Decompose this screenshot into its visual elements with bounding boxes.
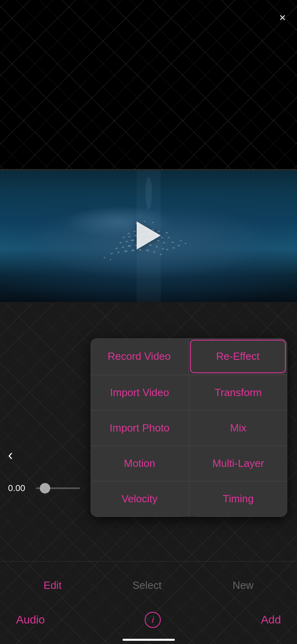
- slider-thumb[interactable]: [40, 483, 50, 493]
- toolbar-edit[interactable]: Edit: [43, 579, 61, 592]
- svg-point-36: [124, 250, 127, 252]
- svg-point-31: [162, 248, 164, 250]
- menu-motion[interactable]: Motion: [90, 446, 189, 481]
- svg-point-1: [127, 233, 130, 234]
- svg-point-13: [161, 237, 164, 238]
- menu-timing[interactable]: Timing: [189, 481, 288, 516]
- menu-mix[interactable]: Mix: [189, 411, 288, 446]
- context-menu: Record Video Re-Effect Import Video Tran…: [90, 338, 287, 517]
- svg-point-44: [103, 257, 105, 258]
- menu-row-1: Record Video Re-Effect: [90, 338, 287, 375]
- menu-transform[interactable]: Transform: [189, 375, 288, 410]
- menu-row-5: Velocity Timing: [90, 481, 287, 517]
- play-button[interactable]: [137, 221, 161, 250]
- menu-row-3: Import Photo Mix: [90, 411, 287, 446]
- svg-point-33: [178, 245, 180, 246]
- separator-bottom: [0, 302, 297, 303]
- menu-velocity[interactable]: Velocity: [90, 481, 189, 516]
- svg-point-7: [123, 237, 125, 239]
- menu-record-video[interactable]: Record Video: [90, 338, 188, 375]
- menu-multi-layer[interactable]: Multi-Layer: [189, 446, 288, 481]
- svg-point-2: [133, 231, 136, 232]
- svg-point-35: [117, 252, 120, 253]
- bottom-toolbar: Edit Select New: [0, 579, 297, 592]
- close-button[interactable]: ×: [279, 12, 286, 23]
- timeline-slider[interactable]: [36, 487, 80, 489]
- menu-row-2: Import Video Transform: [90, 375, 287, 411]
- svg-point-8: [128, 236, 131, 237]
- video-preview[interactable]: [0, 169, 297, 302]
- svg-point-17: [131, 239, 135, 241]
- svg-point-42: [166, 249, 168, 250]
- home-indicator: [123, 639, 175, 641]
- bottom-action-bar: Audio i Add: [0, 612, 297, 628]
- audio-button[interactable]: Audio: [16, 613, 45, 626]
- timeline-area: 0.00: [0, 483, 100, 493]
- time-display: 0.00: [8, 483, 30, 493]
- toolbar-select[interactable]: Select: [133, 579, 162, 592]
- add-button[interactable]: Add: [261, 613, 281, 626]
- svg-point-16: [125, 241, 128, 243]
- menu-import-video[interactable]: Import Video: [90, 375, 189, 410]
- svg-point-37: [131, 250, 135, 251]
- svg-point-47: [184, 243, 186, 244]
- svg-point-22: [163, 242, 166, 244]
- info-button[interactable]: i: [145, 612, 161, 628]
- svg-point-34: [111, 253, 113, 255]
- svg-point-24: [115, 247, 118, 249]
- svg-point-25: [122, 246, 125, 248]
- toolbar-new[interactable]: New: [233, 579, 254, 592]
- svg-point-15: [119, 242, 122, 244]
- dropdown-arrow: [182, 516, 196, 517]
- svg-point-26: [128, 245, 131, 247]
- separator-top: [0, 169, 297, 170]
- menu-re-effect[interactable]: Re-Effect: [190, 340, 286, 373]
- back-arrow-button[interactable]: ‹: [8, 447, 13, 464]
- svg-point-46: [180, 240, 182, 242]
- svg-point-45: [109, 259, 111, 260]
- svg-point-32: [172, 242, 174, 243]
- menu-import-photo[interactable]: Import Photo: [90, 411, 189, 446]
- menu-row-4: Motion Multi-Layer: [90, 446, 287, 481]
- svg-point-23: [168, 237, 170, 238]
- svg-point-43: [172, 247, 175, 249]
- svg-point-14: [166, 232, 168, 233]
- toolbar-separator: [0, 561, 297, 561]
